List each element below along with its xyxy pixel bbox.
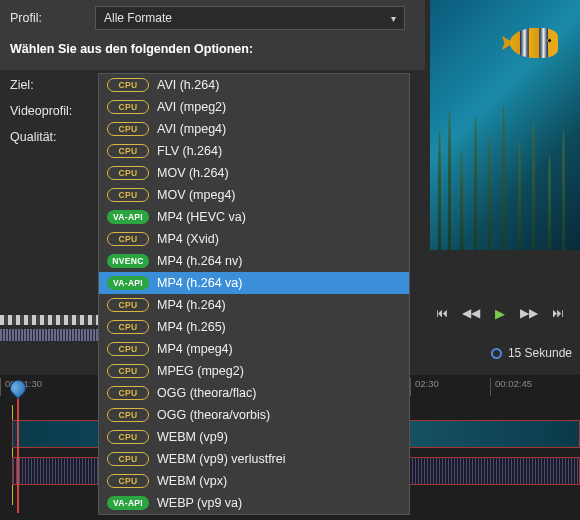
format-option[interactable]: VA-APIWEBP (vp9 va) bbox=[99, 492, 409, 514]
format-option[interactable]: CPUMP4 (h.264) bbox=[99, 294, 409, 316]
export-panel: Profil: Alle Formate Wählen Sie aus den … bbox=[0, 0, 425, 70]
cpu-badge: CPU bbox=[107, 298, 149, 312]
status-text: 15 Sekunde bbox=[508, 346, 572, 360]
format-label: MP4 (Xvid) bbox=[157, 232, 219, 246]
videoprofile-label: Videoprofil: bbox=[10, 104, 90, 118]
form-labels: Ziel: Videoprofil: Qualität: bbox=[0, 78, 100, 156]
vaapi-badge: VA-API bbox=[107, 276, 149, 290]
format-option[interactable]: CPUMOV (mpeg4) bbox=[99, 184, 409, 206]
format-option[interactable]: CPUMP4 (h.265) bbox=[99, 316, 409, 338]
format-label: WEBM (vp9) verlustfrei bbox=[157, 452, 286, 466]
cpu-badge: CPU bbox=[107, 474, 149, 488]
format-option[interactable]: CPUAVI (mpeg4) bbox=[99, 118, 409, 140]
format-label: MP4 (mpeg4) bbox=[157, 342, 233, 356]
cpu-badge: CPU bbox=[107, 386, 149, 400]
format-label: OGG (theora/flac) bbox=[157, 386, 256, 400]
format-option[interactable]: CPUWEBM (vp9) bbox=[99, 426, 409, 448]
format-label: MP4 (h.264 va) bbox=[157, 276, 242, 290]
format-label: MOV (mpeg4) bbox=[157, 188, 236, 202]
format-option[interactable]: CPUMPEG (mpeg2) bbox=[99, 360, 409, 382]
thumbnail-strip bbox=[0, 315, 100, 325]
section-header: Wählen Sie aus den folgenden Optionen: bbox=[10, 42, 415, 56]
cpu-badge: CPU bbox=[107, 166, 149, 180]
playhead[interactable] bbox=[17, 393, 19, 513]
cpu-badge: CPU bbox=[107, 364, 149, 378]
format-label: MP4 (h.264 nv) bbox=[157, 254, 242, 268]
format-label: MPEG (mpeg2) bbox=[157, 364, 244, 378]
format-label: OGG (theora/vorbis) bbox=[157, 408, 270, 422]
format-dropdown-list[interactable]: CPUAVI (h.264)CPUAVI (mpeg2)CPUAVI (mpeg… bbox=[98, 73, 410, 515]
quality-label: Qualität: bbox=[10, 130, 90, 144]
format-option[interactable]: CPUWEBM (vp9) verlustfrei bbox=[99, 448, 409, 470]
profile-label: Profil: bbox=[10, 11, 95, 25]
forward-button[interactable]: ▶▶ bbox=[521, 305, 537, 321]
format-label: MP4 (h.264) bbox=[157, 298, 226, 312]
cpu-badge: CPU bbox=[107, 430, 149, 444]
format-option[interactable]: CPUOGG (theora/flac) bbox=[99, 382, 409, 404]
cpu-badge: CPU bbox=[107, 452, 149, 466]
format-option[interactable]: CPUMP4 (Xvid) bbox=[99, 228, 409, 250]
cpu-badge: CPU bbox=[107, 100, 149, 114]
target-label: Ziel: bbox=[10, 78, 90, 92]
format-label: AVI (mpeg4) bbox=[157, 122, 226, 136]
cpu-badge: CPU bbox=[107, 320, 149, 334]
skip-end-button[interactable]: ⏭ bbox=[550, 305, 566, 321]
status-dot-icon bbox=[491, 348, 502, 359]
rewind-button[interactable]: ◀◀ bbox=[463, 305, 479, 321]
cpu-badge: CPU bbox=[107, 342, 149, 356]
cpu-badge: CPU bbox=[107, 408, 149, 422]
format-option[interactable]: NVENCMP4 (h.264 nv) bbox=[99, 250, 409, 272]
format-option[interactable]: CPUOGG (theora/vorbis) bbox=[99, 404, 409, 426]
format-label: WEBP (vp9 va) bbox=[157, 496, 242, 510]
time-tick: 02:30 bbox=[410, 378, 490, 396]
format-label: MP4 (h.265) bbox=[157, 320, 226, 334]
vaapi-badge: VA-API bbox=[107, 496, 149, 510]
nvenc-badge: NVENC bbox=[107, 254, 149, 268]
cpu-badge: CPU bbox=[107, 122, 149, 136]
clownfish-graphic bbox=[510, 28, 565, 63]
format-label: MP4 (HEVC va) bbox=[157, 210, 246, 224]
format-option[interactable]: CPUAVI (mpeg2) bbox=[99, 96, 409, 118]
format-option[interactable]: CPUAVI (h.264) bbox=[99, 74, 409, 96]
profile-value: Alle Formate bbox=[104, 11, 172, 25]
format-label: MOV (h.264) bbox=[157, 166, 229, 180]
cpu-badge: CPU bbox=[107, 144, 149, 158]
format-option[interactable]: VA-APIMP4 (HEVC va) bbox=[99, 206, 409, 228]
format-label: AVI (mpeg2) bbox=[157, 100, 226, 114]
format-label: WEBM (vpx) bbox=[157, 474, 227, 488]
format-label: FLV (h.264) bbox=[157, 144, 222, 158]
vaapi-badge: VA-API bbox=[107, 210, 149, 224]
format-label: AVI (h.264) bbox=[157, 78, 219, 92]
format-option[interactable]: CPUFLV (h.264) bbox=[99, 140, 409, 162]
cpu-badge: CPU bbox=[107, 78, 149, 92]
format-option[interactable]: CPUMP4 (mpeg4) bbox=[99, 338, 409, 360]
format-label: WEBM (vp9) bbox=[157, 430, 228, 444]
audio-thumbnail bbox=[0, 329, 100, 341]
format-option[interactable]: CPUWEBM (vpx) bbox=[99, 470, 409, 492]
coral-graphic bbox=[430, 100, 580, 250]
playback-controls: ⏮ ◀◀ ▶ ▶▶ ⏭ bbox=[420, 297, 580, 329]
cpu-badge: CPU bbox=[107, 232, 149, 246]
format-option[interactable]: VA-APIMP4 (h.264 va) bbox=[99, 272, 409, 294]
profile-row: Profil: Alle Formate bbox=[10, 6, 415, 30]
time-tick: 00:02:45 bbox=[490, 378, 570, 396]
profile-dropdown[interactable]: Alle Formate bbox=[95, 6, 405, 30]
video-preview bbox=[430, 0, 580, 250]
skip-start-button[interactable]: ⏮ bbox=[434, 305, 450, 321]
status-right: 15 Sekunde bbox=[491, 346, 572, 360]
cpu-badge: CPU bbox=[107, 188, 149, 202]
track-preview-area bbox=[0, 285, 100, 319]
format-option[interactable]: CPUMOV (h.264) bbox=[99, 162, 409, 184]
play-button[interactable]: ▶ bbox=[492, 305, 508, 321]
